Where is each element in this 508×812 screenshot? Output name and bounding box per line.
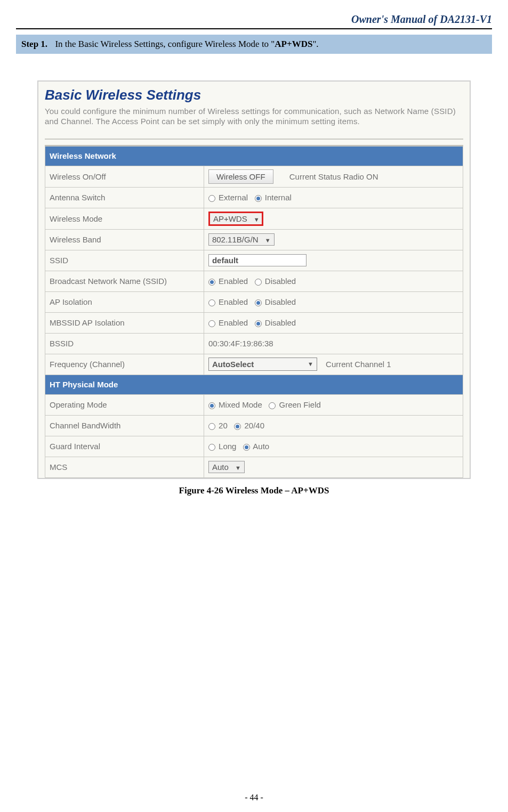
opt-bw-2040: 20/40	[244, 421, 264, 430]
opt-internal: Internal	[265, 193, 292, 202]
radio-broadcast-disabled[interactable]	[255, 279, 262, 286]
mcs-select[interactable]: Auto ▼	[208, 461, 245, 473]
opt-broadcast-enabled: Enabled	[219, 277, 248, 286]
row-frequency: Frequency (Channel) AutoSelect ▼ Current…	[45, 354, 463, 375]
frequency-value: AutoSelect	[212, 360, 254, 369]
screenshot-description: You could configure the minimum number o…	[45, 107, 463, 127]
opt-bw-20: 20	[219, 421, 228, 430]
radio-broadcast-enabled[interactable]	[208, 279, 215, 286]
opt-apiso-enabled: Enabled	[219, 297, 248, 306]
settings-table: Wireless Network Wireless On/Off Wireles…	[45, 146, 463, 478]
radio-external[interactable]	[208, 195, 215, 202]
ht-physical-header: HT Physical Mode	[45, 375, 463, 394]
row-ap-isolation: AP Isolation Enabled Disabled	[45, 291, 463, 312]
label-mcs: MCS	[45, 457, 204, 477]
radio-guard-auto[interactable]	[243, 444, 250, 451]
wireless-network-header-row: Wireless Network	[45, 146, 463, 166]
wireless-mode-value: AP+WDS	[213, 214, 247, 223]
step-bold-value: AP+WDS	[275, 39, 312, 49]
step-instruction-box: Step 1. In the Basic Wireless Settings, …	[16, 35, 492, 54]
row-ssid: SSID default	[45, 250, 463, 271]
opt-guard-long: Long	[219, 442, 236, 451]
chevron-down-icon: ▼	[308, 361, 313, 367]
wireless-mode-select[interactable]: AP+WDS ▼	[208, 212, 263, 226]
step-text-before: In the Basic Wireless Settings, configur…	[55, 39, 275, 49]
row-wireless-onoff: Wireless On/Off Wireless OFF Current Sta…	[45, 166, 463, 187]
radio-apiso-enabled[interactable]	[208, 299, 215, 306]
row-mbssid-isolation: MBSSID AP Isolation Enabled Disabled	[45, 312, 463, 333]
row-antenna-switch: Antenna Switch External Internal	[45, 187, 463, 208]
row-bssid: BSSID 00:30:4F:19:86:38	[45, 333, 463, 354]
screenshot-title: Basic Wireless Settings	[45, 87, 463, 103]
current-channel-text: Current Channel 1	[326, 360, 391, 369]
label-bssid: BSSID	[45, 333, 204, 354]
wireless-band-value: 802.11B/G/N	[212, 235, 259, 244]
wireless-off-button[interactable]: Wireless OFF	[208, 169, 273, 184]
page-number: - 44 -	[0, 793, 508, 802]
ht-physical-header-row: HT Physical Mode	[45, 375, 463, 394]
row-operating-mode: Operating Mode Mixed Mode Green Field	[45, 394, 463, 415]
row-mcs: MCS Auto ▼	[45, 457, 463, 477]
chevron-down-icon: ▼	[265, 237, 271, 243]
radio-mbssid-disabled[interactable]	[255, 320, 262, 327]
chevron-down-icon: ▼	[254, 216, 260, 223]
header-rule	[16, 28, 492, 29]
radio-mbssid-enabled[interactable]	[208, 320, 215, 327]
radio-apiso-disabled[interactable]	[255, 299, 262, 306]
radio-guard-long[interactable]	[208, 444, 215, 451]
chevron-down-icon: ▼	[235, 465, 241, 471]
row-broadcast-ssid: Broadcast Network Name (SSID) Enabled Di…	[45, 271, 463, 291]
radio-status-text: Current Status Radio ON	[289, 172, 378, 181]
row-channel-bandwidth: Channel BandWidth 20 20/40	[45, 415, 463, 436]
label-channel-bandwidth: Channel BandWidth	[45, 415, 204, 436]
radio-mixed-mode[interactable]	[208, 402, 215, 409]
opt-broadcast-disabled: Disabled	[265, 277, 296, 286]
figure-caption: Figure 4-26 Wireless Mode – AP+WDS	[16, 485, 492, 496]
opt-mbssid-enabled: Enabled	[219, 318, 248, 327]
radio-bw-2040[interactable]	[234, 423, 241, 430]
page-header-title: Owner's Manual of DA2131-V1	[16, 11, 492, 28]
label-wireless-onoff: Wireless On/Off	[45, 166, 204, 187]
step-label: Step 1.	[21, 39, 47, 49]
label-operating-mode: Operating Mode	[45, 394, 204, 415]
frequency-select[interactable]: AutoSelect ▼	[208, 358, 317, 371]
label-antenna-switch: Antenna Switch	[45, 187, 204, 208]
radio-internal[interactable]	[255, 195, 262, 202]
wireless-network-header: Wireless Network	[45, 146, 463, 166]
label-broadcast-ssid: Broadcast Network Name (SSID)	[45, 271, 204, 291]
screenshot-divider	[45, 139, 463, 140]
opt-mbssid-disabled: Disabled	[265, 318, 296, 327]
label-wireless-mode: Wireless Mode	[45, 208, 204, 229]
label-ap-isolation: AP Isolation	[45, 291, 204, 312]
opt-external: External	[219, 193, 248, 202]
label-ssid: SSID	[45, 250, 204, 271]
opt-guard-auto: Auto	[253, 442, 269, 451]
label-guard-interval: Guard Interval	[45, 436, 204, 457]
wireless-band-select[interactable]: 802.11B/G/N ▼	[208, 233, 275, 246]
mcs-value: Auto	[212, 462, 229, 472]
row-guard-interval: Guard Interval Long Auto	[45, 436, 463, 457]
row-wireless-mode: Wireless Mode AP+WDS ▼	[45, 208, 463, 229]
radio-bw-20[interactable]	[208, 423, 215, 430]
label-mbssid-isolation: MBSSID AP Isolation	[45, 312, 204, 333]
opt-mixed-mode: Mixed Mode	[219, 400, 262, 409]
label-wireless-band: Wireless Band	[45, 229, 204, 250]
label-frequency: Frequency (Channel)	[45, 354, 204, 375]
settings-screenshot: Basic Wireless Settings You could config…	[37, 80, 471, 479]
bssid-value: 00:30:4F:19:86:38	[204, 333, 463, 354]
ssid-input[interactable]: default	[208, 254, 307, 266]
radio-green-field[interactable]	[269, 402, 276, 409]
row-wireless-band: Wireless Band 802.11B/G/N ▼	[45, 229, 463, 250]
step-text-after: ".	[312, 39, 318, 49]
opt-apiso-disabled: Disabled	[265, 297, 296, 306]
opt-green-field: Green Field	[279, 400, 320, 409]
